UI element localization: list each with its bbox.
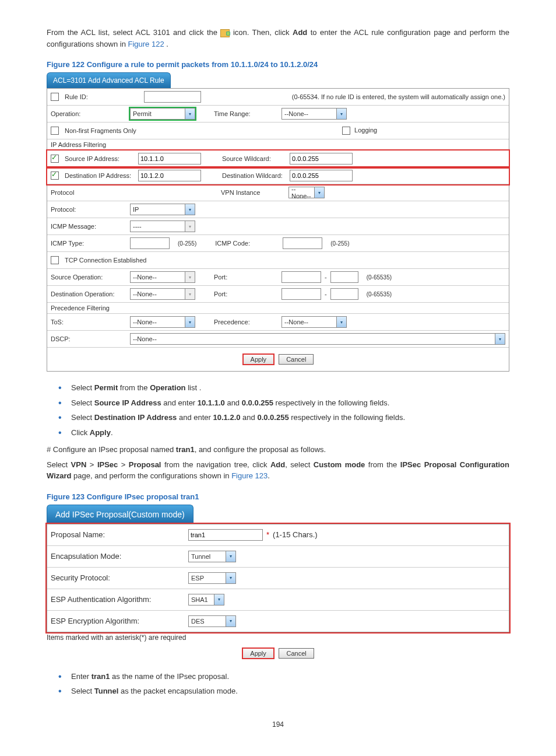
label: ICMP Type: — [51, 240, 126, 247]
apply-button[interactable]: Apply — [242, 354, 275, 365]
acl-rule-panel: ACL=3101 Add Advanced ACL Rule Rule ID: … — [47, 72, 509, 372]
list-item: Select Destination IP Address and enter … — [58, 412, 509, 424]
src-port-input[interactable] — [281, 271, 321, 283]
protocol-select[interactable]: IP — [131, 206, 185, 213]
icmp-code-input[interactable] — [283, 237, 322, 249]
chevron-down-icon[interactable]: ▾ — [226, 616, 235, 626]
range-note: (0-255) — [330, 240, 349, 247]
label: Encapsulation Mode: — [51, 552, 185, 561]
list-item: Click Apply. — [58, 427, 509, 439]
list-item: Enter tran1 as the name of the IPsec pro… — [58, 671, 509, 682]
label: Source IP Address: — [65, 155, 135, 162]
chevron-down-icon: ▾ — [185, 221, 195, 232]
ipsec-proposal-panel: Add IPSec Proposal(Custom mode) Proposal… — [47, 505, 509, 665]
chevron-down-icon[interactable]: ▾ — [495, 334, 505, 344]
label: ESP Authentication Algorithm: — [51, 595, 185, 604]
logging-checkbox[interactable] — [342, 127, 350, 135]
proposal-name-input[interactable] — [188, 529, 263, 541]
required-note: Items marked with an asterisk(*) are req… — [47, 634, 509, 642]
auth-select[interactable]: SHA1 — [189, 596, 214, 603]
figure-link[interactable]: Figure 123 — [231, 471, 268, 480]
text: . — [166, 40, 168, 48]
note: (0-65534. If no rule ID is entered, the … — [292, 93, 505, 100]
tos-select[interactable]: --None-- — [131, 318, 185, 326]
label: DSCP: — [51, 335, 126, 342]
figure-caption: Figure 122 Configure a rule to permit pa… — [47, 60, 509, 69]
label: Port: — [214, 274, 278, 281]
intro-paragraph: From the ACL list, select ACL 3101 and c… — [47, 27, 509, 50]
dst-port2-input[interactable] — [330, 288, 358, 300]
precedence-select[interactable]: --None-- — [282, 318, 336, 326]
encap-select[interactable]: Tunnel — [189, 553, 226, 560]
rule-id-input[interactable] — [144, 91, 201, 103]
list-item: Select Permit from the Operation list . — [58, 382, 509, 394]
rule-id-checkbox[interactable] — [51, 93, 59, 101]
label: ICMP Code: — [215, 240, 279, 247]
section-header: Protocol — [51, 189, 126, 196]
vpn-select[interactable]: --None-- — [289, 186, 314, 200]
chevron-down-icon[interactable]: ▾ — [185, 204, 195, 215]
label: Source Wildcard: — [222, 155, 286, 162]
required-asterisk: * — [266, 530, 269, 539]
range-note: (0-65535) — [367, 291, 392, 298]
src-ip-input[interactable] — [138, 153, 201, 164]
text: From the ACL list, select ACL 3101 and c… — [47, 28, 220, 37]
section-header: IP Address Filtering — [47, 139, 509, 150]
dst-port-input[interactable] — [281, 288, 321, 300]
chevron-down-icon[interactable]: ▾ — [214, 594, 224, 605]
label: VPN Instance — [221, 189, 285, 196]
dst-ip-checkbox[interactable] — [51, 172, 59, 180]
figure-link[interactable]: Figure 122 — [128, 40, 164, 48]
dscp-select[interactable]: --None-- — [131, 335, 495, 342]
icmp-type-input[interactable] — [130, 237, 170, 249]
chevron-down-icon[interactable]: ▾ — [314, 187, 324, 198]
label: ToS: — [51, 318, 126, 326]
enc-select[interactable]: DES — [189, 618, 226, 625]
instruction-list: Enter tran1 as the name of the IPsec pro… — [58, 671, 509, 697]
label: Destination IP Address: — [65, 172, 135, 179]
note: (1-15 Chars.) — [273, 530, 318, 539]
icmp-msg-select[interactable]: ---- — [131, 223, 185, 230]
figure-caption: Figure 123 Configure IPsec proposal tran… — [47, 492, 509, 501]
label: Non-first Fragments Only — [65, 127, 136, 134]
label: Rule ID: — [65, 93, 140, 100]
time-range-select[interactable]: --None-- — [282, 110, 336, 117]
tcp-checkbox[interactable] — [51, 256, 59, 264]
label: Destination Operation: — [51, 290, 126, 298]
label: Source Operation: — [51, 274, 126, 281]
operation-select[interactable]: Permit — [131, 110, 185, 117]
label: Logging — [354, 127, 377, 134]
panel-tab: ACL=3101 Add Advanced ACL Rule — [47, 72, 171, 88]
paragraph: Select VPN > IPSec > Proposal from the n… — [47, 459, 509, 482]
expand-icon — [220, 29, 230, 37]
text: icon. Then, click — [233, 28, 293, 37]
chevron-down-icon[interactable]: ▾ — [185, 317, 195, 327]
cancel-button[interactable]: Cancel — [279, 648, 314, 659]
label: Protocol: — [51, 206, 126, 213]
label: ICMP Message: — [51, 223, 126, 230]
panel-tab: Add IPSec Proposal(Custom mode) — [47, 505, 193, 524]
dst-wild-input[interactable] — [290, 170, 353, 181]
dst-op-select[interactable]: --None-- — [131, 290, 185, 298]
chevron-down-icon[interactable]: ▾ — [226, 573, 235, 583]
paragraph: # Configure an IPsec proposal named tran… — [47, 444, 509, 456]
src-port2-input[interactable] — [330, 271, 358, 283]
nonfirst-checkbox[interactable] — [51, 127, 59, 135]
label: Time Range: — [214, 110, 278, 117]
list-item: Select Source IP Address and enter 10.1.… — [58, 397, 509, 409]
cancel-button[interactable]: Cancel — [279, 354, 314, 365]
dst-ip-input[interactable] — [138, 170, 201, 181]
label: ESP Encryption Algorithm: — [51, 617, 185, 625]
src-ip-checkbox[interactable] — [51, 155, 59, 163]
chevron-down-icon[interactable]: ▾ — [226, 551, 235, 562]
chevron-down-icon[interactable]: ▾ — [336, 108, 346, 119]
label: TCP Connection Established — [65, 257, 146, 264]
apply-button[interactable]: Apply — [242, 648, 275, 659]
chevron-down-icon[interactable]: ▾ — [336, 317, 346, 327]
chevron-down-icon: ▾ — [185, 272, 195, 282]
security-select[interactable]: ESP — [189, 575, 226, 582]
chevron-down-icon[interactable]: ▾ — [185, 108, 195, 119]
src-op-select[interactable]: --None-- — [131, 274, 185, 281]
list-item: Select Tunnel as the packet encapsulatio… — [58, 685, 509, 697]
src-wild-input[interactable] — [290, 153, 353, 164]
